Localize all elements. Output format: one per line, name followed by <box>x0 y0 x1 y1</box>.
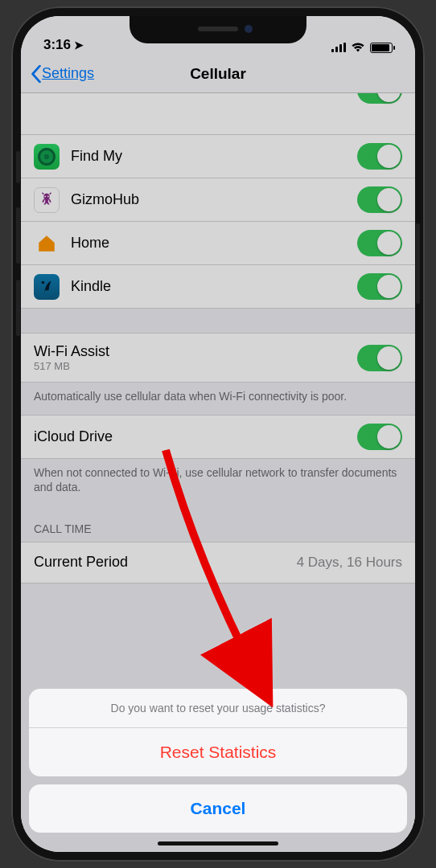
screen: 3:16 ➤ Settings Cellular Find <box>21 16 415 852</box>
cancel-button[interactable]: Cancel <box>29 784 407 833</box>
reset-statistics-button[interactable]: Reset Statistics <box>29 728 407 776</box>
mute-switch <box>16 151 20 183</box>
phone-frame: 3:16 ➤ Settings Cellular Find <box>11 6 425 862</box>
power-button <box>416 223 420 304</box>
action-sheet: Do you want to reset your usage statisti… <box>29 689 407 841</box>
volume-up-button <box>16 207 20 264</box>
volume-down-button <box>16 280 20 336</box>
home-indicator[interactable] <box>158 841 278 845</box>
sheet-message: Do you want to reset your usage statisti… <box>29 689 407 728</box>
